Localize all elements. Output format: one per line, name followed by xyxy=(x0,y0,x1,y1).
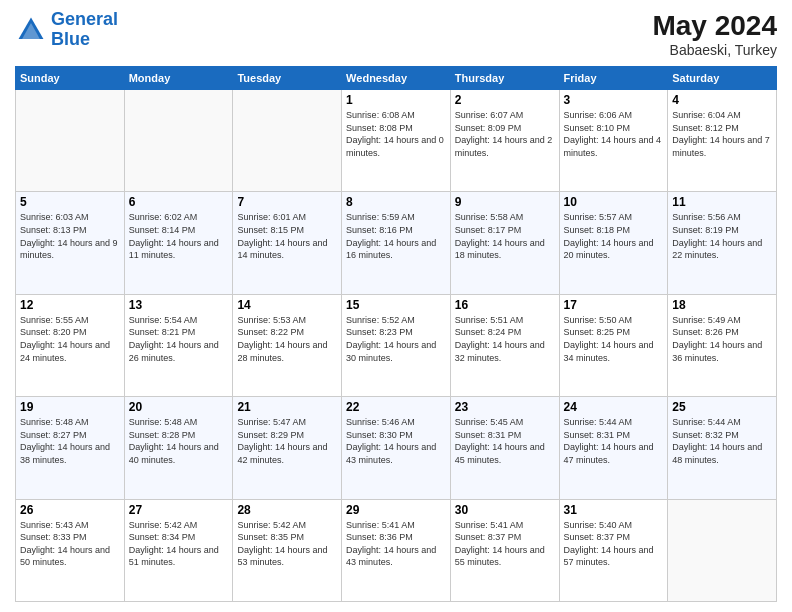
calendar-cell xyxy=(124,90,233,192)
day-info: Sunrise: 5:48 AMSunset: 8:27 PMDaylight:… xyxy=(20,416,120,466)
calendar-cell: 10Sunrise: 5:57 AMSunset: 8:18 PMDayligh… xyxy=(559,192,668,294)
day-info: Sunrise: 5:52 AMSunset: 8:23 PMDaylight:… xyxy=(346,314,446,364)
calendar-cell: 18Sunrise: 5:49 AMSunset: 8:26 PMDayligh… xyxy=(668,294,777,396)
day-info: Sunrise: 6:01 AMSunset: 8:15 PMDaylight:… xyxy=(237,211,337,261)
day-info: Sunrise: 5:46 AMSunset: 8:30 PMDaylight:… xyxy=(346,416,446,466)
day-info: Sunrise: 6:04 AMSunset: 8:12 PMDaylight:… xyxy=(672,109,772,159)
day-info: Sunrise: 5:51 AMSunset: 8:24 PMDaylight:… xyxy=(455,314,555,364)
calendar-week-row: 19Sunrise: 5:48 AMSunset: 8:27 PMDayligh… xyxy=(16,397,777,499)
header: General Blue May 2024 Babaeski, Turkey xyxy=(15,10,777,58)
weekday-header: Thursday xyxy=(450,67,559,90)
day-info: Sunrise: 5:54 AMSunset: 8:21 PMDaylight:… xyxy=(129,314,229,364)
calendar-cell xyxy=(233,90,342,192)
day-info: Sunrise: 6:08 AMSunset: 8:08 PMDaylight:… xyxy=(346,109,446,159)
day-number: 27 xyxy=(129,503,229,517)
page: General Blue May 2024 Babaeski, Turkey S… xyxy=(0,0,792,612)
calendar-cell: 20Sunrise: 5:48 AMSunset: 8:28 PMDayligh… xyxy=(124,397,233,499)
calendar-cell: 5Sunrise: 6:03 AMSunset: 8:13 PMDaylight… xyxy=(16,192,125,294)
calendar-cell: 29Sunrise: 5:41 AMSunset: 8:36 PMDayligh… xyxy=(342,499,451,601)
calendar-cell: 25Sunrise: 5:44 AMSunset: 8:32 PMDayligh… xyxy=(668,397,777,499)
day-number: 6 xyxy=(129,195,229,209)
day-number: 20 xyxy=(129,400,229,414)
calendar-cell: 2Sunrise: 6:07 AMSunset: 8:09 PMDaylight… xyxy=(450,90,559,192)
day-info: Sunrise: 6:03 AMSunset: 8:13 PMDaylight:… xyxy=(20,211,120,261)
calendar-cell xyxy=(16,90,125,192)
day-number: 16 xyxy=(455,298,555,312)
calendar-cell: 27Sunrise: 5:42 AMSunset: 8:34 PMDayligh… xyxy=(124,499,233,601)
day-number: 18 xyxy=(672,298,772,312)
day-number: 12 xyxy=(20,298,120,312)
calendar-cell: 9Sunrise: 5:58 AMSunset: 8:17 PMDaylight… xyxy=(450,192,559,294)
day-number: 7 xyxy=(237,195,337,209)
calendar-cell: 12Sunrise: 5:55 AMSunset: 8:20 PMDayligh… xyxy=(16,294,125,396)
day-number: 30 xyxy=(455,503,555,517)
day-info: Sunrise: 6:07 AMSunset: 8:09 PMDaylight:… xyxy=(455,109,555,159)
day-info: Sunrise: 5:40 AMSunset: 8:37 PMDaylight:… xyxy=(564,519,664,569)
weekday-header: Saturday xyxy=(668,67,777,90)
day-number: 5 xyxy=(20,195,120,209)
day-info: Sunrise: 5:55 AMSunset: 8:20 PMDaylight:… xyxy=(20,314,120,364)
day-number: 22 xyxy=(346,400,446,414)
day-info: Sunrise: 5:42 AMSunset: 8:34 PMDaylight:… xyxy=(129,519,229,569)
day-info: Sunrise: 5:45 AMSunset: 8:31 PMDaylight:… xyxy=(455,416,555,466)
calendar-cell: 6Sunrise: 6:02 AMSunset: 8:14 PMDaylight… xyxy=(124,192,233,294)
calendar-cell: 28Sunrise: 5:42 AMSunset: 8:35 PMDayligh… xyxy=(233,499,342,601)
day-info: Sunrise: 5:44 AMSunset: 8:31 PMDaylight:… xyxy=(564,416,664,466)
day-info: Sunrise: 5:41 AMSunset: 8:37 PMDaylight:… xyxy=(455,519,555,569)
day-info: Sunrise: 5:50 AMSunset: 8:25 PMDaylight:… xyxy=(564,314,664,364)
day-info: Sunrise: 5:47 AMSunset: 8:29 PMDaylight:… xyxy=(237,416,337,466)
day-info: Sunrise: 5:58 AMSunset: 8:17 PMDaylight:… xyxy=(455,211,555,261)
day-number: 8 xyxy=(346,195,446,209)
weekday-header: Sunday xyxy=(16,67,125,90)
month-year: May 2024 xyxy=(652,10,777,42)
calendar-cell: 4Sunrise: 6:04 AMSunset: 8:12 PMDaylight… xyxy=(668,90,777,192)
calendar-cell: 14Sunrise: 5:53 AMSunset: 8:22 PMDayligh… xyxy=(233,294,342,396)
day-info: Sunrise: 5:56 AMSunset: 8:19 PMDaylight:… xyxy=(672,211,772,261)
day-info: Sunrise: 5:41 AMSunset: 8:36 PMDaylight:… xyxy=(346,519,446,569)
weekday-header: Monday xyxy=(124,67,233,90)
calendar-cell: 26Sunrise: 5:43 AMSunset: 8:33 PMDayligh… xyxy=(16,499,125,601)
calendar-cell: 31Sunrise: 5:40 AMSunset: 8:37 PMDayligh… xyxy=(559,499,668,601)
calendar-cell: 22Sunrise: 5:46 AMSunset: 8:30 PMDayligh… xyxy=(342,397,451,499)
day-number: 13 xyxy=(129,298,229,312)
calendar-cell: 13Sunrise: 5:54 AMSunset: 8:21 PMDayligh… xyxy=(124,294,233,396)
calendar-cell: 3Sunrise: 6:06 AMSunset: 8:10 PMDaylight… xyxy=(559,90,668,192)
day-info: Sunrise: 5:53 AMSunset: 8:22 PMDaylight:… xyxy=(237,314,337,364)
calendar-cell xyxy=(668,499,777,601)
day-number: 2 xyxy=(455,93,555,107)
day-number: 25 xyxy=(672,400,772,414)
logo-icon xyxy=(15,14,47,46)
calendar-cell: 19Sunrise: 5:48 AMSunset: 8:27 PMDayligh… xyxy=(16,397,125,499)
calendar-cell: 7Sunrise: 6:01 AMSunset: 8:15 PMDaylight… xyxy=(233,192,342,294)
calendar-week-row: 5Sunrise: 6:03 AMSunset: 8:13 PMDaylight… xyxy=(16,192,777,294)
calendar-cell: 23Sunrise: 5:45 AMSunset: 8:31 PMDayligh… xyxy=(450,397,559,499)
weekday-header: Tuesday xyxy=(233,67,342,90)
day-number: 4 xyxy=(672,93,772,107)
day-number: 14 xyxy=(237,298,337,312)
day-number: 31 xyxy=(564,503,664,517)
day-number: 23 xyxy=(455,400,555,414)
day-number: 10 xyxy=(564,195,664,209)
calendar-cell: 30Sunrise: 5:41 AMSunset: 8:37 PMDayligh… xyxy=(450,499,559,601)
calendar-table: SundayMondayTuesdayWednesdayThursdayFrid… xyxy=(15,66,777,602)
calendar-cell: 8Sunrise: 5:59 AMSunset: 8:16 PMDaylight… xyxy=(342,192,451,294)
calendar-week-row: 12Sunrise: 5:55 AMSunset: 8:20 PMDayligh… xyxy=(16,294,777,396)
day-info: Sunrise: 5:49 AMSunset: 8:26 PMDaylight:… xyxy=(672,314,772,364)
calendar-week-row: 26Sunrise: 5:43 AMSunset: 8:33 PMDayligh… xyxy=(16,499,777,601)
day-info: Sunrise: 6:02 AMSunset: 8:14 PMDaylight:… xyxy=(129,211,229,261)
day-info: Sunrise: 6:06 AMSunset: 8:10 PMDaylight:… xyxy=(564,109,664,159)
day-info: Sunrise: 5:59 AMSunset: 8:16 PMDaylight:… xyxy=(346,211,446,261)
weekday-header: Friday xyxy=(559,67,668,90)
logo-text: General Blue xyxy=(51,10,118,50)
calendar-week-row: 1Sunrise: 6:08 AMSunset: 8:08 PMDaylight… xyxy=(16,90,777,192)
calendar-cell: 24Sunrise: 5:44 AMSunset: 8:31 PMDayligh… xyxy=(559,397,668,499)
calendar-cell: 1Sunrise: 6:08 AMSunset: 8:08 PMDaylight… xyxy=(342,90,451,192)
calendar-cell: 11Sunrise: 5:56 AMSunset: 8:19 PMDayligh… xyxy=(668,192,777,294)
title-block: May 2024 Babaeski, Turkey xyxy=(652,10,777,58)
day-number: 11 xyxy=(672,195,772,209)
calendar-cell: 21Sunrise: 5:47 AMSunset: 8:29 PMDayligh… xyxy=(233,397,342,499)
day-number: 15 xyxy=(346,298,446,312)
day-info: Sunrise: 5:57 AMSunset: 8:18 PMDaylight:… xyxy=(564,211,664,261)
calendar-cell: 15Sunrise: 5:52 AMSunset: 8:23 PMDayligh… xyxy=(342,294,451,396)
day-number: 19 xyxy=(20,400,120,414)
